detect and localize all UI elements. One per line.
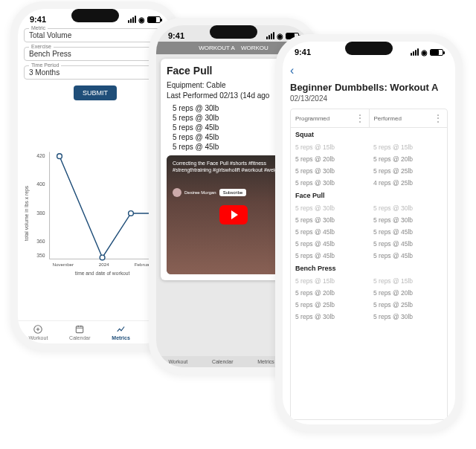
cell-performed: 5 reps @ 30lb xyxy=(369,311,447,323)
notch xyxy=(71,9,119,22)
svg-text:400: 400 xyxy=(36,181,45,187)
wifi-icon: ◉ xyxy=(421,48,428,56)
table-row[interactable]: 5 reps @ 20lb5 reps @ 20lb xyxy=(291,287,447,299)
period-value: 3 Months xyxy=(29,68,60,77)
table-row[interactable]: 5 reps @ 25lb5 reps @ 25lb xyxy=(291,299,447,311)
cell-programmed: 5 reps @ 20lb xyxy=(291,153,369,165)
svg-point-8 xyxy=(57,154,62,159)
cell-programmed: 5 reps @ 30lb xyxy=(291,177,369,189)
column-menu-icon[interactable]: ⋮ xyxy=(434,113,443,123)
cell-programmed: 5 reps @ 30lb xyxy=(291,165,369,177)
chevron-left-icon: ‹ xyxy=(290,64,294,77)
plus-circle-icon xyxy=(33,324,43,335)
col-performed: Performed xyxy=(374,115,402,122)
svg-text:time and date of workout: time and date of workout xyxy=(75,271,130,276)
exercise-header: Squat xyxy=(291,128,447,141)
status-time: 9:41 xyxy=(168,31,184,40)
table-row[interactable]: 5 reps @ 20lb5 reps @ 20lb xyxy=(291,153,447,165)
battery-icon xyxy=(430,49,443,56)
cell-programmed: 5 reps @ 45lb xyxy=(291,250,369,262)
status-time: 9:41 xyxy=(295,48,311,56)
workout-date: 02/13/2024 xyxy=(290,94,448,103)
table-row[interactable]: 5 reps @ 45lb5 reps @ 45lb xyxy=(291,238,447,250)
metrics-icon xyxy=(116,324,126,335)
svg-text:total volume in lbs x reps: total volume in lbs x reps xyxy=(24,185,30,241)
cell-programmed: 5 reps @ 30lb xyxy=(291,214,369,226)
cell-performed: 5 reps @ 45lb xyxy=(369,226,447,238)
calendar-icon xyxy=(74,324,85,335)
tab-workout-b[interactable]: WORKOU xyxy=(241,45,268,51)
column-menu-icon[interactable]: ⋮ xyxy=(356,113,364,123)
nav-calendar[interactable]: Calendar xyxy=(212,359,233,364)
nav-metrics[interactable]: Metrics xyxy=(112,324,130,340)
exercise-value: Bench Press xyxy=(29,50,71,58)
signal-icon xyxy=(266,32,274,39)
svg-text:380: 380 xyxy=(36,210,45,216)
volume-chart: total volume in lbs x reps 420 400 380 3… xyxy=(24,105,167,320)
log-table: Programmed⋮ Performed⋮ Squat5 reps @ 15l… xyxy=(290,109,448,420)
cell-performed: 5 reps @ 20lb xyxy=(369,153,447,165)
notch xyxy=(345,42,393,55)
nav-metrics[interactable]: Metrics xyxy=(257,359,274,364)
svg-text:2024: 2024 xyxy=(99,262,109,267)
metric-label: Metric xyxy=(29,25,48,30)
exercise-header: Bench Press xyxy=(291,262,447,275)
svg-text:350: 350 xyxy=(36,253,45,258)
cell-performed: 5 reps @ 15lb xyxy=(369,275,447,287)
play-icon[interactable] xyxy=(219,205,248,224)
cell-programmed: 5 reps @ 30lb xyxy=(291,202,369,214)
table-row[interactable]: 5 reps @ 15lb5 reps @ 15lb xyxy=(291,141,447,153)
wifi-icon: ◉ xyxy=(138,16,145,24)
status-time: 9:41 xyxy=(30,15,46,24)
table-row[interactable]: 5 reps @ 15lb5 reps @ 15lb xyxy=(291,275,447,287)
svg-text:November: November xyxy=(52,262,74,267)
cell-performed: 5 reps @ 30lb xyxy=(369,214,447,226)
table-row[interactable]: 5 reps @ 30lb5 reps @ 30lb xyxy=(291,311,447,323)
period-select[interactable]: Time Period 3 Months xyxy=(24,65,167,80)
back-button[interactable]: ‹ xyxy=(290,62,448,82)
table-row[interactable]: 5 reps @ 45lb5 reps @ 45lb xyxy=(291,226,447,238)
cell-performed: 5 reps @ 20lb xyxy=(369,287,447,299)
subscribe-button[interactable]: Subscribe xyxy=(219,189,247,196)
cell-programmed: 5 reps @ 45lb xyxy=(291,238,369,250)
phone-workout-log: 9:41 ◉ ‹ Beginner Dumbbells: Workout A 0… xyxy=(275,34,463,432)
table-row[interactable]: 5 reps @ 30lb5 reps @ 30lb xyxy=(291,202,447,214)
exercise-header: Face Pull xyxy=(291,189,447,202)
submit-button[interactable]: SUBMIT xyxy=(74,85,117,100)
battery-icon xyxy=(147,16,161,23)
nav-workout[interactable]: Workout xyxy=(28,324,48,340)
cell-performed: 5 reps @ 25lb xyxy=(369,165,447,177)
table-header: Programmed⋮ Performed⋮ xyxy=(291,109,447,128)
wifi-icon: ◉ xyxy=(277,32,283,40)
svg-point-10 xyxy=(129,211,134,216)
signal-icon xyxy=(128,16,136,23)
cell-programmed: 5 reps @ 25lb xyxy=(291,299,369,311)
svg-text:360: 360 xyxy=(36,239,45,244)
period-label: Time Period xyxy=(29,62,61,68)
exercise-select[interactable]: Exercise Bench Press xyxy=(24,47,167,61)
cell-programmed: 5 reps @ 15lb xyxy=(291,141,369,153)
cell-performed: 5 reps @ 45lb xyxy=(369,238,447,250)
cell-performed: 5 reps @ 30lb xyxy=(369,202,447,214)
table-row[interactable]: 5 reps @ 30lb5 reps @ 30lb xyxy=(291,214,447,226)
table-row[interactable]: 5 reps @ 45lb5 reps @ 45lb xyxy=(291,250,447,262)
signal-icon xyxy=(411,48,419,56)
nav-calendar[interactable]: Calendar xyxy=(69,324,90,340)
exercise-label: Exercise xyxy=(29,44,54,49)
cell-performed: 5 reps @ 45lb xyxy=(369,250,447,262)
metric-select[interactable]: Metric Total Volume xyxy=(24,28,167,42)
svg-point-9 xyxy=(100,255,105,260)
tab-workout-a[interactable]: WORKOUT A xyxy=(199,45,235,51)
cell-programmed: 5 reps @ 30lb xyxy=(291,311,369,323)
cell-programmed: 5 reps @ 45lb xyxy=(291,226,369,238)
svg-rect-17 xyxy=(77,326,83,333)
svg-text:420: 420 xyxy=(36,153,45,158)
channel-avatar xyxy=(173,188,181,197)
table-row[interactable]: 5 reps @ 30lb4 reps @ 25lb xyxy=(291,177,447,189)
cell-performed: 5 reps @ 15lb xyxy=(369,141,447,153)
table-row[interactable]: 5 reps @ 30lb5 reps @ 25lb xyxy=(291,165,447,177)
metric-value: Total Volume xyxy=(29,31,71,39)
nav-workout[interactable]: Workout xyxy=(168,359,187,364)
cell-programmed: 5 reps @ 20lb xyxy=(291,287,369,299)
col-programmed: Programmed xyxy=(295,115,329,122)
